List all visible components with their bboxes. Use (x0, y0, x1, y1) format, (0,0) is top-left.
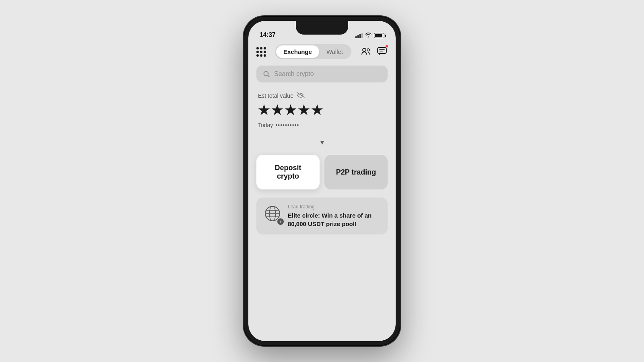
chat-button[interactable] (376, 45, 388, 58)
grid-menu-icon[interactable] (256, 47, 266, 57)
lead-category: Lead trading (288, 204, 381, 210)
est-total-label: Est total value (258, 93, 293, 99)
header-actions (360, 45, 388, 58)
phone-notch (296, 21, 348, 35)
signal-icon (355, 33, 363, 38)
today-row: Today •••••••••• (258, 122, 386, 128)
wifi-icon (365, 33, 372, 39)
balance-hidden: ★★★★★ (258, 103, 386, 118)
svg-point-0 (363, 48, 366, 51)
p2p-trading-button[interactable]: P2P trading (324, 155, 388, 189)
lead-icon-wrapper: + (263, 204, 282, 225)
balance-section: Est total value ★★★★★ Today •••••••••• (256, 92, 388, 128)
people-button[interactable] (360, 45, 372, 58)
status-time: 14:37 (260, 31, 275, 39)
deposit-crypto-button[interactable]: Deposit crypto (256, 155, 320, 189)
notification-dot (385, 45, 388, 48)
action-buttons: Deposit crypto P2P trading (256, 155, 388, 189)
status-icons (355, 33, 384, 39)
chevron-down-icon: ▾ (320, 138, 324, 147)
header-nav: Exchange Wallet (256, 41, 388, 66)
lead-text-section: Lead trading Elite circle: Win a share o… (288, 204, 381, 228)
plus-badge: + (277, 218, 284, 225)
tab-wallet[interactable]: Wallet (319, 45, 350, 58)
svg-point-3 (264, 72, 268, 76)
svg-point-1 (367, 49, 369, 51)
battery-icon (374, 33, 384, 38)
svg-rect-2 (378, 47, 386, 53)
hide-balance-icon[interactable] (297, 92, 305, 99)
tab-group: Exchange Wallet (275, 44, 351, 59)
lead-trading-card[interactable]: + Lead trading Elite circle: Win a share… (256, 197, 388, 234)
lead-title: Elite circle: Win a share of an 80,000 U… (288, 211, 381, 228)
search-placeholder: Search crypto (274, 70, 314, 78)
search-bar[interactable]: Search crypto (256, 66, 388, 82)
est-total-row: Est total value (258, 92, 386, 99)
chevron-row[interactable]: ▾ (256, 135, 388, 155)
today-label: Today (258, 122, 273, 128)
today-value: •••••••••• (275, 122, 299, 128)
tab-exchange[interactable]: Exchange (276, 45, 319, 58)
search-icon (263, 70, 270, 78)
